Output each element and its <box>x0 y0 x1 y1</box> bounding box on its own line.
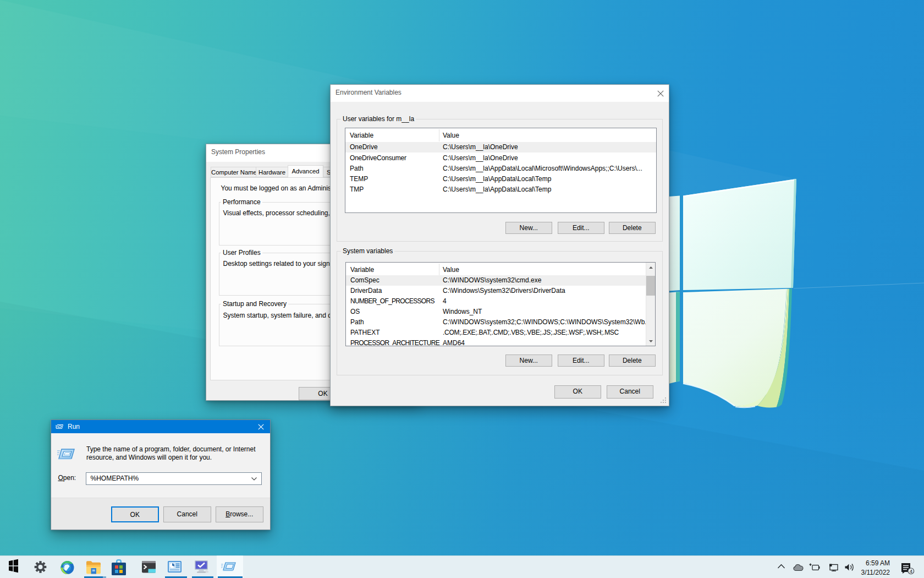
svg-text:4: 4 <box>910 568 912 574</box>
